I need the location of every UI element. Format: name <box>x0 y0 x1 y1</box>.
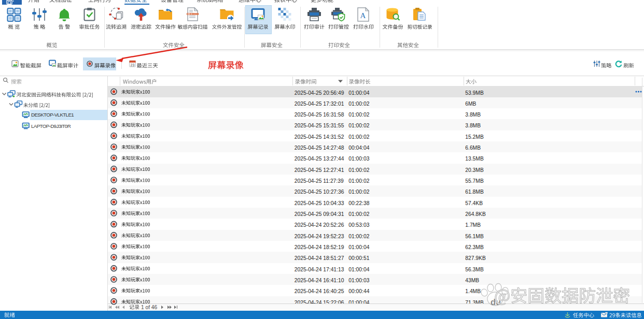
svg-text:23: 23 <box>131 63 135 67</box>
svg-text:A: A <box>360 11 366 20</box>
